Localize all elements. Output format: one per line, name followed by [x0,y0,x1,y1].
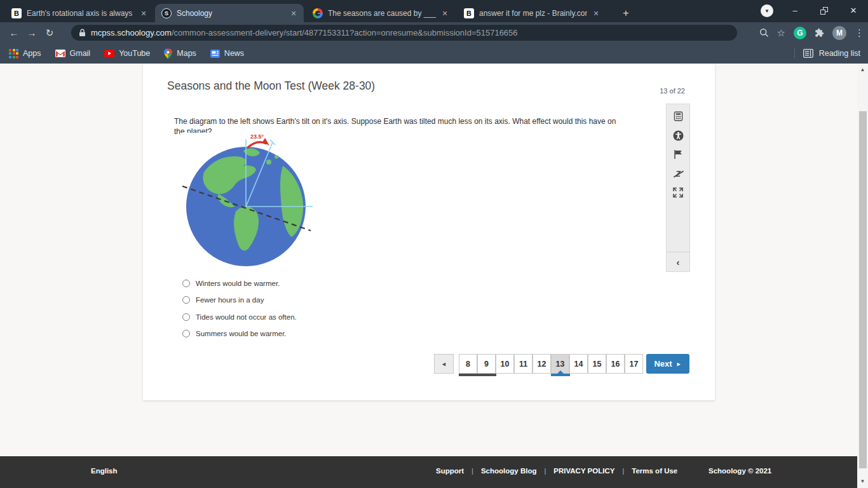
url-path: /common-assessment-delivery/start/487715… [172,28,518,37]
page-button-15[interactable]: 15 [588,354,606,374]
bookmark-gmail[interactable]: Gmail [55,49,91,58]
radio-button[interactable] [182,313,190,321]
address-bar[interactable]: mcpss.schoology.com/common-assessment-de… [71,25,737,41]
tab-google-seasons[interactable]: The seasons are caused by _____ ✕ [306,4,455,22]
divider [794,48,795,58]
reload-button[interactable]: ↻ [41,27,58,39]
next-arrow-icon: ► [676,361,682,367]
previous-page-button[interactable]: ◄ [434,354,454,374]
brainly-favicon: B [464,8,474,18]
earth-tilt-diagram: 23.5° [180,133,315,269]
url-domain: mcpss.schoology.com [91,28,172,37]
bookmark-news[interactable]: News [210,49,244,58]
tab-close-icon[interactable]: ✕ [440,8,450,18]
restore-icon [820,7,828,15]
tab-brainly-answer[interactable]: B answer it for me plz - Brainly.com ✕ [458,4,606,22]
question-progress: 13 of 22 [609,87,685,95]
tab-close-icon[interactable]: ✕ [288,8,299,18]
radio-button[interactable] [182,296,190,304]
page-button-12[interactable]: 12 [532,354,551,374]
tab-search-button[interactable]: ▼ [761,4,773,17]
extensions-puzzle-icon[interactable] [815,28,824,37]
google-g-bar [318,13,322,15]
language-selector[interactable]: English [91,467,118,475]
expand-icon [673,187,683,198]
menu-kebab-icon[interactable]: ⋮ [855,27,864,39]
answer-option-4[interactable]: Summers would be warmer. [182,330,287,337]
footer-link-privacy[interactable]: PRIVACY POLICY [553,467,614,475]
tab-close-icon[interactable]: ✕ [139,8,149,18]
page-button-10[interactable]: 10 [496,354,514,374]
restore-button[interactable] [810,0,839,21]
collapse-panel-button[interactable]: ‹ [667,252,689,271]
footer-link-blog[interactable]: Schoology Blog [481,467,537,475]
flag-icon [674,149,682,159]
browser-window: B Earth's rotational axis is always ti ✕… [0,0,868,488]
browser-toolbar: ← → ↻ mcpss.schoology.com/common-assessm… [0,22,868,43]
option-label: Summers would be warmer. [196,330,287,337]
page-footer: English Support | Schoology Blog | PRIVA… [0,456,868,488]
tab-title: answer it for me plz - Brainly.com [479,9,587,18]
caret-down-icon: ▼ [764,8,770,14]
close-window-button[interactable]: ✕ [839,0,868,21]
toolbar-actions: ☆ G M ⋮ [759,22,864,43]
google-favicon [313,8,323,18]
answer-option-2[interactable]: Fewer hours in a day [182,296,264,304]
bookmark-label: Maps [177,49,196,58]
scrollbar-thumb[interactable] [859,111,867,468]
scroll-up-arrow[interactable]: ▲ [857,65,868,75]
maps-pin-icon [164,48,172,59]
zoom-icon[interactable] [759,28,769,37]
apps-grid-icon [9,49,18,58]
bookmark-youtube[interactable]: YouTube [104,49,150,58]
tab-brainly-earth-axis[interactable]: B Earth's rotational axis is always ti ✕ [5,4,154,22]
answer-option-3[interactable]: Tides would not occur as often. [182,313,297,321]
bookmark-maps[interactable]: Maps [164,48,196,59]
minimize-button[interactable]: – [780,0,810,21]
schoology-favicon: S [161,8,172,18]
lock-icon [79,29,86,37]
back-button[interactable]: ← [5,27,23,38]
bookmark-star-icon[interactable]: ☆ [777,27,785,39]
tab-close-icon[interactable]: ✕ [591,8,601,18]
bookmark-label: News [224,49,244,58]
new-tab-button[interactable]: + [618,5,634,22]
profile-avatar[interactable]: M [832,26,846,40]
footer-link-support[interactable]: Support [436,467,464,475]
radio-button[interactable] [182,330,190,337]
bookmark-label: Apps [23,49,41,58]
footer-link-terms[interactable]: Terms of Use [632,467,677,475]
forward-button[interactable]: → [23,27,41,38]
page-button-11[interactable]: 11 [514,354,532,374]
quiz-title: Seasons and the Moon Test (Week 28-30) [167,79,375,93]
divider: | [471,467,473,475]
bookmark-apps[interactable]: Apps [9,49,41,58]
copyright-text: Schoology © 2021 [709,467,771,475]
next-button[interactable]: Next ► [646,354,689,374]
answer-option-1[interactable]: Winters would be warmer. [182,280,280,287]
page-button-8[interactable]: 8 [459,354,477,374]
footer-links: Support | Schoology Blog | PRIVACY POLIC… [436,467,677,475]
radio-button[interactable] [182,280,190,287]
earth-globe-image: 23.5° [180,133,315,269]
page-button-9[interactable]: 9 [477,354,496,374]
tilt-angle-label: 23.5° [250,133,264,140]
tab-schoology[interactable]: S Schoology ✕ [155,4,304,22]
tab-title: Schoology [177,9,285,18]
answer-eliminator-button[interactable]: Z [667,166,689,181]
gmail-icon [55,50,65,57]
scroll-down-arrow[interactable]: ▼ [857,477,868,487]
vertical-scrollbar[interactable]: ▲ ▼ [857,64,868,488]
accessibility-tool-button[interactable] [667,128,689,143]
reading-list-button[interactable]: Reading list [819,49,860,58]
page-button-17[interactable]: 17 [625,354,643,374]
fullscreen-button[interactable] [667,185,689,200]
calculator-tool-button[interactable] [667,109,689,124]
page-button-14[interactable]: 14 [569,354,588,374]
flag-question-button[interactable] [667,147,689,162]
grammarly-extension-icon[interactable]: G [794,27,806,39]
page-button-16[interactable]: 16 [606,354,625,374]
next-label: Next [654,359,672,369]
tab-title: Earth's rotational axis is always ti [27,9,135,18]
answer-eliminator-icon: Z [675,169,681,179]
